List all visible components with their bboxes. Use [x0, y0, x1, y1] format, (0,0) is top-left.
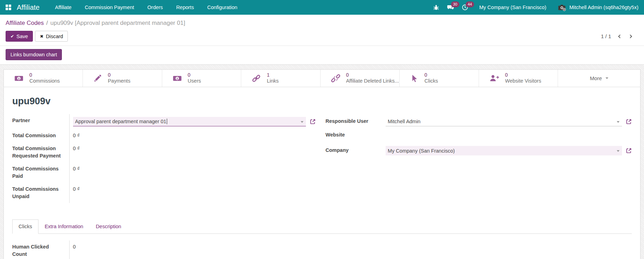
text-cursor — [167, 119, 167, 124]
chain-broken-icon — [331, 74, 340, 83]
company-external-link-icon[interactable] — [626, 148, 632, 154]
field-row-total-commission: Total Commission 0 ₫ — [12, 129, 316, 142]
partner-external-link-icon[interactable] — [310, 119, 316, 125]
menu-configuration[interactable]: Configuration — [207, 5, 237, 10]
links-burndown-chart-button[interactable]: Links burndown chart — [6, 49, 62, 60]
discard-label: Discard — [46, 34, 63, 39]
stat-label: Payments — [108, 78, 130, 84]
partner-value: Approval parent department manager 01 — [75, 118, 166, 125]
bug-icon[interactable] — [433, 4, 439, 11]
stat-button-website-visitors[interactable]: 0Website Visitors — [479, 70, 558, 87]
pager-next-button[interactable] — [628, 34, 634, 39]
save-label: Save — [16, 34, 28, 39]
breadcrumb: Affiliate Codes/upu909v [Approval parent… — [0, 15, 644, 27]
pager: 1 / 1 — [601, 33, 634, 39]
stat-label: Website Visitors — [505, 78, 541, 84]
total-commissions-unpaid-value: 0 ₫ — [69, 183, 316, 203]
form-left-column: Partner Approval parent department manag… — [12, 114, 316, 203]
discard-button[interactable]: ✖ Discard — [35, 31, 68, 42]
activities-clock-icon[interactable]: 44 — [461, 4, 468, 11]
user-name: Mitchell Admin (sq6ha26gty5x) — [570, 5, 638, 10]
activities-badge: 44 — [466, 1, 474, 7]
total-commission-value: 0 ₫ — [69, 129, 316, 142]
stat-label: Affiliate Deleted Links... — [346, 78, 399, 84]
company-input[interactable]: My Company (San Francisco) — [386, 146, 622, 155]
stat-button-users[interactable]: 0Users — [162, 70, 241, 87]
check-icon: ✔ — [10, 34, 14, 39]
menu-orders[interactable]: Orders — [148, 5, 163, 10]
app-brand: Affiliate — [17, 4, 40, 12]
chevron-down-icon — [606, 77, 608, 79]
money-icon — [14, 74, 23, 83]
stat-value: 0 — [505, 72, 541, 78]
dropdown-caret-icon[interactable] — [617, 121, 620, 123]
field-row-total-commissions-paid: Total Commissions Paid 0 ₫ — [12, 162, 316, 183]
messages-badge: 30 — [451, 1, 459, 7]
save-button[interactable]: ✔ Save — [6, 31, 33, 42]
stat-button-affiliate-deleted-links[interactable]: 0Affiliate Deleted Links... — [321, 70, 400, 87]
main-menu: Affiliate Commission Payment Orders Repo… — [55, 5, 237, 10]
stat-value: 0 — [108, 72, 130, 78]
field-row-total-commissions-unpaid: Total Commissions Unpaid 0 ₫ — [12, 183, 316, 203]
more-button[interactable]: More — [558, 70, 640, 87]
user-plus-icon — [489, 74, 499, 83]
field-row-company: Company My Company (San Francisco) — [325, 146, 632, 155]
field-row-human-clicked-count: Human Clicked Count 0 — [12, 240, 316, 259]
stat-value: 0 — [188, 72, 201, 78]
total-commissions-unpaid-label: Total Commissions Unpaid — [12, 183, 69, 203]
pager-previous-button[interactable] — [617, 34, 622, 39]
field-row-total-commission-requested-payment: Total Commission Requested Payment 0 ₫ — [12, 142, 316, 162]
dropdown-caret-icon[interactable] — [301, 121, 303, 123]
dropdown-caret-icon[interactable] — [617, 150, 620, 152]
total-commission-requested-payment-value: 0 ₫ — [69, 142, 316, 162]
responsible-user-input[interactable]: Mitchell Admin — [386, 117, 622, 126]
stat-value: 1 — [267, 72, 279, 78]
user-menu[interactable]: Mitchell Admin (sq6ha26gty5x) — [557, 3, 638, 12]
total-commission-label: Total Commission — [12, 129, 69, 142]
responsible-user-external-link-icon[interactable] — [626, 119, 632, 125]
stat-value: 0 — [29, 72, 60, 78]
menu-commission-payment[interactable]: Commission Payment — [85, 5, 134, 10]
avatar-camera-icon — [557, 3, 566, 12]
stat-button-commissions[interactable]: 0Commissions — [4, 70, 83, 87]
mouse-pointer-icon — [410, 74, 418, 83]
human-clicked-count-label: Human Clicked Count — [12, 240, 69, 259]
stat-label: Users — [188, 78, 201, 84]
stat-button-box: 0Commissions 0Payments 0Users 1Links 0Af… — [4, 70, 640, 87]
stat-label: Links — [267, 78, 279, 84]
messages-icon[interactable]: 30 — [447, 4, 454, 11]
menu-affiliate[interactable]: Affiliate — [55, 5, 71, 10]
menu-reports[interactable]: Reports — [176, 5, 194, 10]
webclient-background: 0Commissions 0Payments 0Users 1Links 0Af… — [0, 65, 644, 259]
partner-input[interactable]: Approval parent department manager 01 — [73, 117, 306, 126]
breadcrumb-current: upu909v [Approval parent department mana… — [50, 20, 185, 26]
stat-button-payments[interactable]: 0Payments — [83, 70, 162, 87]
website-input[interactable] — [386, 131, 632, 140]
more-label: More — [590, 75, 602, 81]
apps-menu-icon[interactable] — [6, 5, 11, 10]
chain-icon — [252, 74, 261, 83]
website-label: Website — [325, 131, 386, 138]
money-icon — [173, 74, 182, 83]
breadcrumb-affiliate-codes[interactable]: Affiliate Codes — [6, 20, 44, 26]
company-switcher[interactable]: My Company (San Francisco) — [479, 5, 546, 10]
partner-label: Partner — [12, 114, 69, 129]
tab-extra-information[interactable]: Extra Information — [38, 219, 90, 234]
company-label: Company — [325, 146, 386, 153]
close-icon: ✖ — [40, 34, 43, 39]
field-row-partner: Partner Approval parent department manag… — [12, 114, 316, 129]
breadcrumb-separator: / — [46, 20, 48, 26]
responsible-user-value: Mitchell Admin — [388, 119, 420, 124]
record-title: upu909v — [12, 96, 632, 107]
stat-button-clicks[interactable]: 0Clicks — [400, 70, 479, 87]
stat-label: Commissions — [29, 78, 60, 84]
stat-button-links[interactable]: 1Links — [241, 70, 320, 87]
tab-description[interactable]: Description — [90, 219, 128, 234]
tab-clicks[interactable]: Clicks — [12, 219, 38, 234]
pager-count: 1 / 1 — [601, 33, 611, 39]
stat-label: Clicks — [424, 78, 438, 84]
field-row-website: Website — [325, 131, 632, 142]
human-clicked-count-value: 0 — [69, 240, 316, 259]
control-panel: Affiliate Codes/upu909v [Approval parent… — [0, 15, 644, 65]
stat-value: 0 — [346, 72, 399, 78]
